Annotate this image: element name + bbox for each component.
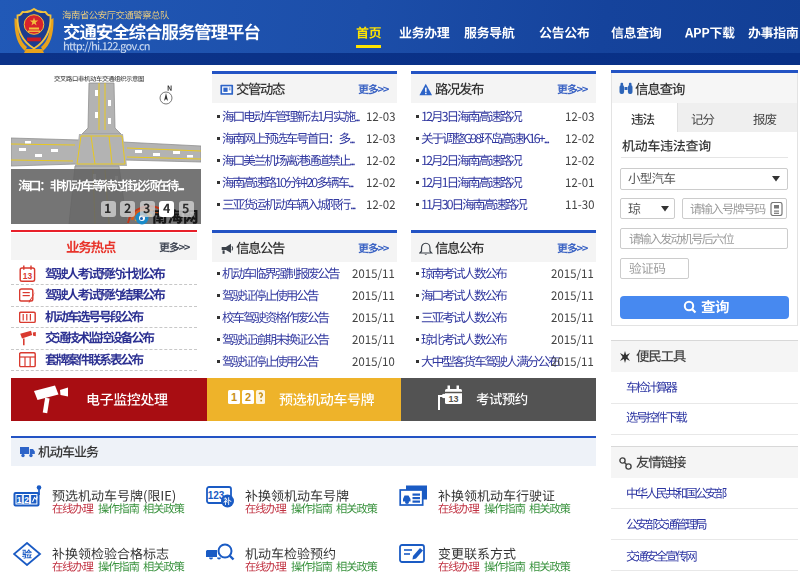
svg-text:2: 2	[245, 391, 251, 403]
svg-text:2: 2	[24, 495, 29, 505]
svg-text:13: 13	[448, 394, 458, 404]
svg-text:1: 1	[17, 495, 22, 505]
svg-text:13: 13	[22, 271, 32, 281]
svg-text:1: 1	[231, 391, 237, 403]
